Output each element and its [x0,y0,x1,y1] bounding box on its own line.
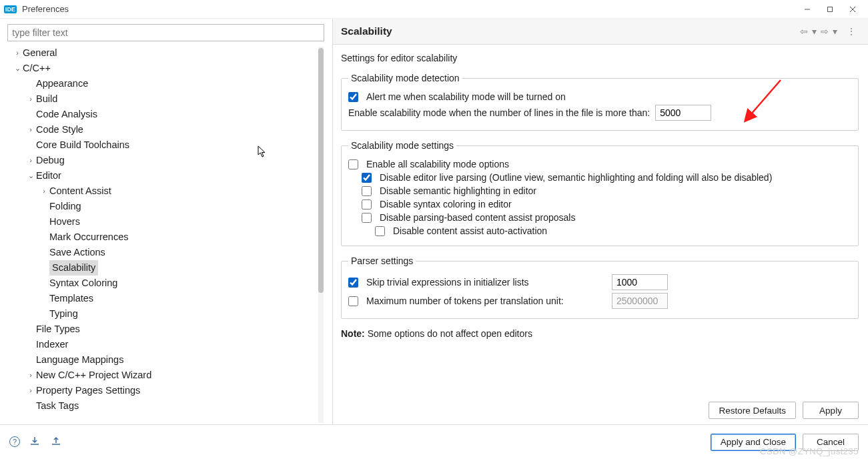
tree-item-file-types[interactable]: File Types [7,322,329,337]
skip-trivial-input[interactable] [612,274,668,290]
tree-item-lang-map[interactable]: Language Mappings [7,352,329,368]
view-menu-icon[interactable]: ⋮ [845,26,857,37]
disable-semantic-checkbox[interactable] [362,186,372,196]
tree-item-indexer[interactable]: Indexer [7,337,329,352]
tree-label: File Types [36,322,80,337]
tree-label: Editor [36,168,61,183]
tree-label: Core Build Toolchains [36,137,129,153]
tree-label: Property Pages Settings [36,383,140,398]
tree-item-typing[interactable]: Typing [7,306,329,322]
nav-forward-menu-icon[interactable]: ▾ [831,26,839,37]
maximize-button[interactable] [819,1,841,17]
preferences-tree[interactable]: ›General ⌄C/C++ Appearance ›Build Code A… [3,45,329,424]
disable-parsing-checkbox[interactable] [362,173,372,183]
disable-proposals-label: Disable parsing-based content assist pro… [380,212,575,223]
tree-item-mark-occ[interactable]: Mark Occurrences [7,230,329,245]
tree-item-save-actions[interactable]: Save Actions [7,245,329,260]
disable-autoact-label: Disable content assist auto-activation [393,225,547,236]
tree-item-scalability[interactable]: Scalability [7,260,329,276]
apply-button[interactable]: Apply [803,402,859,419]
tree-label: General [23,45,57,61]
tree-item-editor[interactable]: ⌄Editor [7,168,329,183]
group-settings-title: Scalability mode settings [348,140,456,151]
tree-label: C/C++ [23,61,51,76]
tree-item-appearance[interactable]: Appearance [7,76,329,91]
tree-label: Save Actions [49,245,105,260]
enable-when-label: Enable scalability mode when the number … [348,107,650,118]
footer: ? Apply and Close Cancel [0,424,868,459]
tree-item-task-tags[interactable]: Task Tags [7,398,329,414]
tree-label: Syntax Coloring [49,276,117,291]
tree-item-debug[interactable]: ›Debug [7,153,329,168]
filter-input[interactable] [7,24,324,41]
group-detection: Scalability mode detection Alert me when… [341,73,859,131]
cancel-button[interactable]: Cancel [803,434,859,451]
disable-semantic-label: Disable semantic highlighting in editor [380,185,536,196]
cursor-icon [258,145,267,159]
page-title: Scalability [341,25,799,37]
restore-defaults-button[interactable]: Restore Defaults [709,402,796,419]
ide-icon: IDE [4,5,17,13]
tree-item-folding[interactable]: Folding [7,199,329,214]
group-settings: Scalability mode settings Enable all sca… [341,140,859,246]
tree-item-templates[interactable]: Templates [7,291,329,306]
note-text: Some options do not affect open editors [365,328,532,339]
note: Note: Some options do not affect open ed… [341,328,859,339]
disable-proposals-checkbox[interactable] [362,213,372,223]
tree-label: Code Style [36,122,83,137]
tree-label: Code Analysis [36,107,97,122]
close-button[interactable] [841,1,864,17]
right-pane: Scalability ⇦ ▾ ⇨ ▾ ⋮ Settings for edito… [332,19,868,424]
max-tokens-input [612,293,668,309]
tree-item-core-build[interactable]: Core Build Toolchains [7,137,329,153]
minimize-button[interactable] [796,1,819,17]
note-prefix: Note: [341,328,365,339]
disable-syntax-checkbox[interactable] [362,199,372,209]
nav-back-icon[interactable]: ⇦ [799,26,809,37]
enable-all-checkbox[interactable] [348,159,358,169]
tree-label: Content Assist [49,183,111,199]
titlebar: IDE Preferences [0,0,868,19]
tree-label: Templates [49,291,93,306]
tree-item-ccpp[interactable]: ⌄C/C++ [7,61,329,76]
max-tokens-checkbox[interactable] [348,296,358,306]
tree-item-general[interactable]: ›General [7,45,329,61]
tree-label: Folding [49,199,81,214]
tree-item-syntax-coloring[interactable]: Syntax Coloring [7,276,329,291]
nav-back-menu-icon[interactable]: ▾ [811,26,818,37]
disable-autoact-checkbox[interactable] [375,226,385,236]
tree-item-code-style[interactable]: ›Code Style [7,122,329,137]
apply-and-close-button[interactable]: Apply and Close [711,434,796,451]
import-icon[interactable] [29,436,41,448]
tree-item-prop-pages[interactable]: ›Property Pages Settings [7,383,329,398]
disable-parsing-label: Disable editor live parsing (Outline vie… [380,172,772,183]
skip-trivial-checkbox[interactable] [348,278,358,288]
enable-when-input[interactable] [655,105,711,121]
tree-label: Appearance [36,76,88,91]
tree-label: Build [36,91,57,107]
tree-label: New C/C++ Project Wizard [36,368,151,383]
window-title: Preferences [22,4,796,14]
alert-checkbox[interactable] [348,92,358,102]
tree-label: Scalability [49,260,98,276]
tree-item-build[interactable]: ›Build [7,91,329,107]
tree-item-content-assist[interactable]: ›Content Assist [7,183,329,199]
tree-label: Mark Occurrences [49,230,128,245]
group-parser-title: Parser settings [348,256,416,266]
tree-item-code-analysis[interactable]: Code Analysis [7,107,329,122]
page-header: Scalability ⇦ ▾ ⇨ ▾ ⋮ [333,19,868,45]
nav-forward-icon[interactable]: ⇨ [819,26,830,37]
export-icon[interactable] [51,436,63,448]
tree-item-new-proj[interactable]: ›New C/C++ Project Wizard [7,368,329,383]
tree-label: Indexer [36,337,68,352]
intro-text: Settings for editor scalability [341,53,859,63]
help-icon[interactable]: ? [9,436,20,447]
skip-trivial-label: Skip trivial expressions in initializer … [366,277,606,288]
page-content: Settings for editor scalability Scalabil… [333,45,868,398]
group-detection-title: Scalability mode detection [348,73,462,83]
left-pane: ›General ⌄C/C++ Appearance ›Build Code A… [0,19,332,424]
tree-label: Task Tags [36,398,79,414]
max-tokens-label: Maximum number of tokens per translation… [366,296,606,306]
tree-scrollbar[interactable] [318,47,324,423]
tree-item-hovers[interactable]: Hovers [7,214,329,230]
